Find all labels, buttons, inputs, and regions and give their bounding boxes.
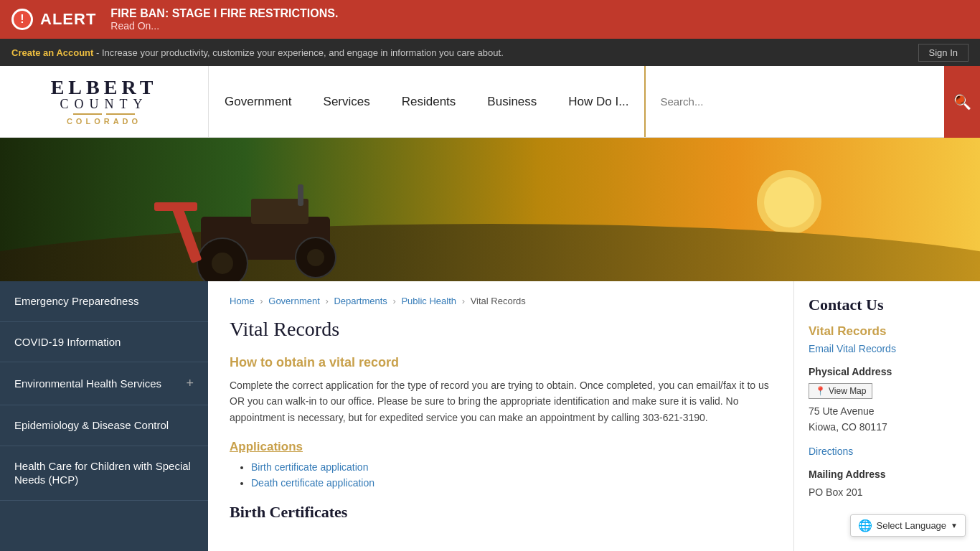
sidebar: Emergency Preparedness COVID-19 Informat… [0,281,208,551]
logo-area[interactable]: ELBERT COUNTY COLORADO [0,66,208,137]
mailing-address-heading: Mailing Address [809,468,966,480]
language-label: Select Language [877,520,947,531]
mailing-line1: PO Box 201 [809,486,863,498]
breadcrumb: Home › Government › Departments › Public… [230,296,772,306]
logo-county: COUNTY [51,98,158,110]
content-area: Home › Government › Departments › Public… [208,281,793,551]
logo-colorado: COLORADO [51,118,158,126]
svg-point-2 [764,177,814,227]
svg-rect-11 [154,202,197,211]
view-map-button[interactable]: View Map [809,383,872,399]
svg-rect-12 [298,184,303,206]
sign-in-button[interactable]: Sign In [918,44,969,62]
page-title: Vital Records [230,318,772,341]
account-promo: Create an Account - Increase your produc… [11,47,504,58]
birth-certificates-heading: Birth Certificates [230,503,772,522]
email-vital-records-link[interactable]: Email Vital Records [809,343,966,354]
sidebar-item-emergency[interactable]: Emergency Preparedness [0,281,208,322]
header: ELBERT COUNTY COLORADO Government Servic… [0,66,980,138]
expand-icon: + [186,375,194,392]
nav-links: Government Services Residents Business H… [209,66,644,137]
contact-us-heading: Contact Us [809,296,966,314]
address-line2: Kiowa, CO 80117 [809,421,887,433]
account-bar: Create an Account - Increase your produc… [0,39,980,66]
vital-records-link[interactable]: Vital Records [809,324,966,339]
address-line1: 75 Ute Avenue [809,405,875,417]
hero-image [0,138,980,281]
mailing-address-text: PO Box 201 [809,484,966,500]
physical-address-text: 75 Ute Avenue Kiowa, CO 80117 [809,403,966,435]
fire-ban-text: FIRE BAN: STAGE I FIRE RESTRICTIONS. [110,7,338,20]
directions-link[interactable]: Directions [809,446,966,457]
nav-item-government[interactable]: Government [209,66,308,137]
svg-point-9 [307,249,324,266]
breadcrumb-public-health[interactable]: Public Health [401,296,456,306]
sidebar-item-env-health-label: Environmental Health Services [14,377,161,391]
logo: ELBERT COUNTY COLORADO [51,77,158,126]
breadcrumb-current: Vital Records [471,296,526,306]
nav-item-how-do-i[interactable]: How Do I... [552,66,644,137]
create-account-link[interactable]: Create an Account [11,47,93,58]
breadcrumb-departments[interactable]: Departments [334,296,387,306]
birth-cert-item: Birth certificate application [251,461,772,473]
search-button[interactable] [944,66,980,138]
applications-heading[interactable]: Applications [230,440,772,454]
death-cert-item: Death certificate application [251,477,772,489]
alert-icon [11,9,33,30]
physical-address-heading: Physical Address [809,366,966,377]
right-panel: Contact Us Vital Records Email Vital Rec… [793,281,980,551]
logo-elbert: ELBERT [51,77,158,98]
chevron-down-icon: ▼ [951,522,958,529]
how-to-heading: How to obtain a vital record [230,355,772,370]
main-layout: Emergency Preparedness COVID-19 Informat… [0,281,980,551]
nav-item-services[interactable]: Services [308,66,386,137]
nav-area: Government Services Residents Business H… [208,66,980,137]
sidebar-item-epidemiology[interactable]: Epidemiology & Disease Control [0,405,208,446]
read-on-link[interactable]: Read On... [110,20,159,32]
hero-svg [0,138,980,281]
language-selector[interactable]: Select Language ▼ [850,514,966,537]
nav-item-business[interactable]: Business [471,66,552,137]
nav-item-residents[interactable]: Residents [386,66,472,137]
applications-list: Birth certificate application Death cert… [230,461,772,489]
sidebar-item-hcp[interactable]: Health Care for Children with Special Ne… [0,446,208,501]
alert-label: ALERT [40,10,96,29]
search-input[interactable] [660,95,937,108]
breadcrumb-government[interactable]: Government [268,296,320,306]
alert-text: FIRE BAN: STAGE I FIRE RESTRICTIONS. Rea… [110,7,338,32]
svg-point-7 [212,253,233,274]
sidebar-item-covid-label: COVID-19 Information [14,335,121,349]
sidebar-item-covid[interactable]: COVID-19 Information [0,322,208,363]
sidebar-item-epidemiology-label: Epidemiology & Disease Control [14,418,169,433]
breadcrumb-home[interactable]: Home [230,296,255,306]
sidebar-item-env-health[interactable]: Environmental Health Services + [0,362,208,405]
how-to-text: Complete the correct application for the… [230,377,772,425]
sidebar-item-hcp-label: Health Care for Children with Special Ne… [14,459,194,487]
alert-bar: ALERT FIRE BAN: STAGE I FIRE RESTRICTION… [0,0,980,39]
birth-cert-link[interactable]: Birth certificate application [251,461,368,473]
death-cert-link[interactable]: Death certificate application [251,477,374,489]
search-area [644,66,944,137]
sidebar-item-emergency-label: Emergency Preparedness [14,294,138,309]
